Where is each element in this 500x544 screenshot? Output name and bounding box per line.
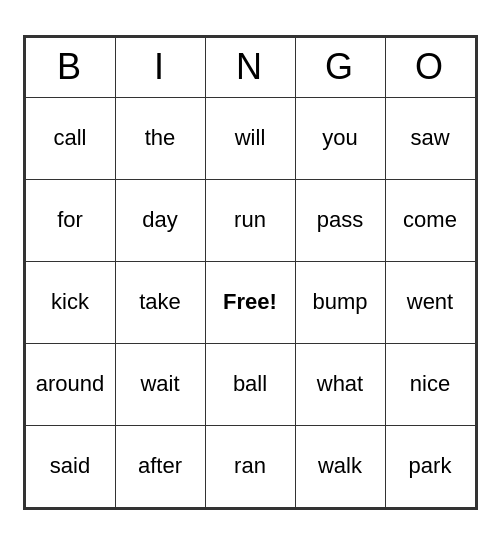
bingo-row-1: fordayrunpasscome: [25, 179, 475, 261]
bingo-cell-1-0: for: [25, 179, 115, 261]
bingo-cell-0-3: you: [295, 97, 385, 179]
header-cell-i: I: [115, 37, 205, 97]
bingo-cell-1-1: day: [115, 179, 205, 261]
bingo-row-2: kicktakeFree!bumpwent: [25, 261, 475, 343]
bingo-row-0: callthewillyousaw: [25, 97, 475, 179]
bingo-cell-3-1: wait: [115, 343, 205, 425]
bingo-row-4: saidafterranwalkpark: [25, 425, 475, 507]
bingo-cell-1-2: run: [205, 179, 295, 261]
header-cell-g: G: [295, 37, 385, 97]
bingo-cell-4-0: said: [25, 425, 115, 507]
bingo-cell-2-2: Free!: [205, 261, 295, 343]
bingo-cell-2-0: kick: [25, 261, 115, 343]
bingo-cell-3-0: around: [25, 343, 115, 425]
bingo-row-3: aroundwaitballwhatnice: [25, 343, 475, 425]
header-row: BINGO: [25, 37, 475, 97]
bingo-cell-0-4: saw: [385, 97, 475, 179]
bingo-cell-0-0: call: [25, 97, 115, 179]
header-cell-n: N: [205, 37, 295, 97]
bingo-cell-4-3: walk: [295, 425, 385, 507]
bingo-table: BINGO callthewillyousawfordayrunpasscome…: [25, 37, 476, 508]
bingo-cell-1-3: pass: [295, 179, 385, 261]
bingo-cell-4-4: park: [385, 425, 475, 507]
bingo-cell-0-1: the: [115, 97, 205, 179]
bingo-cell-2-3: bump: [295, 261, 385, 343]
bingo-cell-2-4: went: [385, 261, 475, 343]
bingo-cell-4-2: ran: [205, 425, 295, 507]
bingo-cell-1-4: come: [385, 179, 475, 261]
header-cell-b: B: [25, 37, 115, 97]
bingo-cell-0-2: will: [205, 97, 295, 179]
header-cell-o: O: [385, 37, 475, 97]
bingo-cell-4-1: after: [115, 425, 205, 507]
bingo-cell-3-4: nice: [385, 343, 475, 425]
bingo-cell-3-3: what: [295, 343, 385, 425]
bingo-card: BINGO callthewillyousawfordayrunpasscome…: [23, 35, 478, 510]
bingo-cell-3-2: ball: [205, 343, 295, 425]
bingo-cell-2-1: take: [115, 261, 205, 343]
